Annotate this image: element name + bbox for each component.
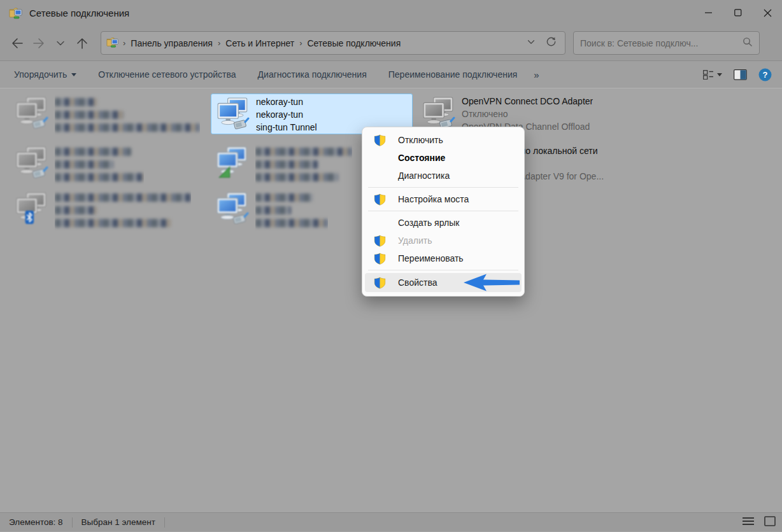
redacted-text-line: [55, 111, 124, 119]
refresh-icon[interactable]: [545, 36, 557, 50]
toolbar-button-0[interactable]: Упорядочить: [6, 66, 84, 83]
navigation-bar: ›Панель управления›Сеть и Интернет›Сетев…: [0, 25, 782, 61]
view-dropdown-chevron-icon: [717, 73, 722, 76]
toolbar-button-3[interactable]: Переименование подключения: [381, 66, 525, 83]
menu-separator: [368, 270, 518, 270]
details-view-toggle[interactable]: [743, 517, 754, 528]
network-item-text: [255, 143, 352, 186]
menu-item-4[interactable]: Настройка моста: [365, 190, 522, 208]
menu-separator: [368, 211, 518, 211]
uac-shield-icon: [374, 234, 388, 247]
menu-item-2[interactable]: Диагностика: [365, 167, 522, 185]
menu-item-label: Переименовать: [398, 253, 464, 263]
items-view: ОтключитьСостояниеДиагностика Настройка …: [0, 88, 782, 512]
search-box[interactable]: [573, 31, 760, 55]
item-device: sing-tun Tunnel: [256, 121, 317, 134]
menu-item-label: Свойства: [398, 277, 437, 288]
breadcrumb: ›Панель управления›Сеть и Интернет›Сетев…: [122, 36, 526, 51]
toolbar-button-2[interactable]: Диагностика подключения: [250, 66, 374, 83]
menu-item-7: Удалить: [365, 232, 522, 249]
breadcrumb-item-0[interactable]: Панель управления: [127, 36, 217, 51]
address-folder-icon: [106, 36, 119, 51]
network-connections-app-icon: [9, 6, 23, 20]
redacted-text-line: [55, 206, 97, 214]
network-item[interactable]: [10, 143, 201, 184]
maximize-button[interactable]: [723, 0, 753, 25]
window-title: Сетевые подключения: [29, 8, 129, 18]
redacted-text-line: [255, 206, 291, 214]
network-item-text: [55, 94, 200, 136]
menu-item-label: Настройка моста: [398, 194, 469, 204]
search-input[interactable]: [580, 38, 742, 48]
dropdown-chevron-icon: [71, 73, 76, 76]
view-details-icon: [703, 70, 714, 80]
item-status: Отключено: [462, 108, 593, 120]
back-button[interactable]: [6, 32, 28, 54]
selection-count: Выбран 1 элемент: [73, 517, 164, 527]
icons-view-toggle[interactable]: [764, 516, 776, 528]
recent-locations-chevron-icon[interactable]: [50, 32, 71, 54]
redacted-text-line: [55, 123, 200, 132]
close-button[interactable]: [753, 0, 782, 25]
menu-item-label: Удалить: [398, 235, 432, 246]
redacted-text-line: [255, 219, 328, 227]
network-item-text: [55, 143, 144, 186]
redacted-text-line: [55, 219, 171, 227]
menu-item-0[interactable]: Отключить: [365, 131, 522, 149]
network-adapter-icon: [422, 96, 457, 130]
item-name: nekoray-tun: [256, 95, 317, 108]
search-icon[interactable]: [742, 36, 753, 50]
context-menu: ОтключитьСостояниеДиагностика Настройка …: [362, 127, 525, 297]
titlebar: Сетевые подключения: [0, 0, 782, 25]
network-adapter-icon: [15, 192, 50, 226]
network-adapter-icon: [15, 146, 50, 180]
forward-button[interactable]: [28, 32, 50, 54]
uac-shield-icon: [374, 276, 388, 289]
help-icon: ?: [758, 68, 772, 81]
menu-item-8[interactable]: Переименовать: [365, 249, 522, 267]
menu-item-label: Отключить: [398, 135, 443, 145]
menu-icon-spacer: [374, 169, 388, 182]
preview-pane-button[interactable]: [731, 67, 750, 83]
network-item[interactable]: [10, 189, 201, 230]
toolbar-overflow-chevron[interactable]: »: [534, 69, 539, 80]
breadcrumb-separator-icon: ›: [217, 38, 222, 48]
redacted-text-line: [55, 173, 144, 181]
toolbar-button-1[interactable]: Отключение сетевого устройства: [90, 66, 243, 83]
redacted-text-line: [55, 160, 113, 169]
item-status: nekoray-tun: [256, 108, 317, 121]
menu-item-6[interactable]: Создать ярлык: [365, 214, 522, 232]
toolbar-button-label: Упорядочить: [14, 69, 67, 80]
redacted-text-line: [55, 193, 191, 202]
uac-shield-icon: [374, 252, 388, 265]
breadcrumb-separator-icon: ›: [298, 38, 303, 48]
network-adapter-icon: [217, 97, 251, 131]
redacted-text-line: [255, 148, 352, 156]
network-item-text: [55, 189, 191, 232]
redacted-text-line: [55, 98, 97, 106]
annotation-arrow: [462, 273, 521, 295]
change-view-button[interactable]: [700, 67, 725, 82]
breadcrumb-item-2[interactable]: Сетевые подключения: [303, 36, 404, 51]
minimize-button[interactable]: [694, 0, 723, 25]
network-item[interactable]: [10, 94, 201, 134]
explorer-window: Сетевые подключения: [0, 0, 782, 532]
address-bar[interactable]: ›Панель управления›Сеть и Интернет›Сетев…: [101, 31, 565, 55]
redacted-text-line: [255, 160, 318, 169]
item-name: OpenVPN Connect DCO Adapter: [462, 95, 593, 108]
address-dropdown-chevron-icon[interactable]: [526, 37, 536, 50]
redacted-text-line: [55, 148, 131, 156]
help-button[interactable]: ?: [756, 66, 774, 84]
items-count: Элементов: 8: [0, 517, 72, 527]
redacted-text-line: [255, 193, 313, 202]
menu-item-1[interactable]: Состояние: [365, 149, 522, 167]
breadcrumb-separator-icon: ›: [122, 38, 127, 48]
menu-icon-spacer: [374, 151, 388, 164]
menu-item-label: Диагностика: [398, 171, 450, 181]
toolbar-button-label: Отключение сетевого устройства: [98, 69, 236, 80]
breadcrumb-item-1[interactable]: Сеть и Интернет: [222, 36, 298, 51]
preview-pane-icon: [734, 69, 747, 80]
svg-text:?: ?: [763, 70, 768, 80]
up-button[interactable]: [71, 32, 93, 54]
network-item-text: [255, 189, 328, 232]
